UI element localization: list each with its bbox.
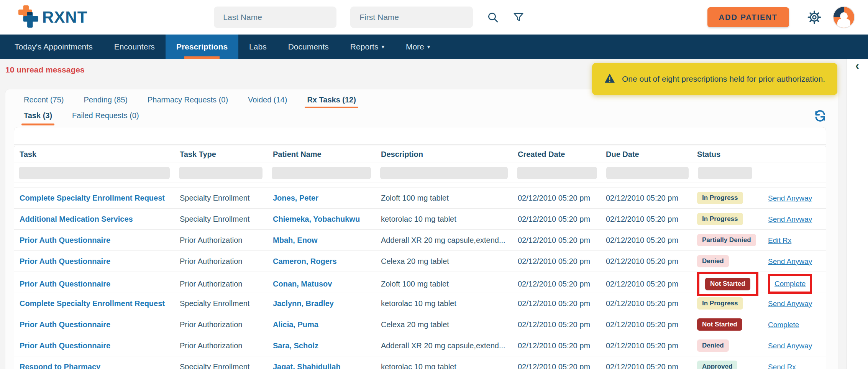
prior-auth-alert-banner: One out of eight prescriptions held for … <box>592 63 837 95</box>
status-badge: In Progress <box>697 213 743 226</box>
task-link[interactable]: Prior Auth Questionnaire <box>20 236 110 244</box>
add-patient-button[interactable]: ADD PATIENT <box>707 7 789 27</box>
filter-input-created-date[interactable] <box>517 167 597 179</box>
column-header-task[interactable]: Task <box>14 150 174 159</box>
patient-link[interactable]: Jagat, Shahidullah <box>273 362 341 369</box>
action-cell: Send Anyway <box>766 215 826 224</box>
status-badge: In Progress <box>697 297 743 310</box>
collapse-panel-icon[interactable]: ‹ <box>855 59 859 71</box>
description-cell: Adderall XR 20 mg capsule,extend... <box>376 236 512 245</box>
action-link-send-anyway[interactable]: Send Anyway <box>768 300 812 308</box>
task-link[interactable]: Prior Auth Questionnaire <box>20 257 110 265</box>
tab-voided-14[interactable]: Voided (14) <box>238 91 297 108</box>
action-link-send-anyway[interactable]: Send Anyway <box>768 342 812 350</box>
task-link[interactable]: Prior Auth Questionnaire <box>20 280 110 288</box>
task-type-cell: Specialty Enrollment <box>174 362 267 369</box>
task-link[interactable]: Additional Medication Services <box>20 215 133 223</box>
task-link[interactable]: Prior Auth Questionnaire <box>20 320 110 329</box>
nav-item-encounters[interactable]: Encounters <box>103 35 166 59</box>
task-cell: Prior Auth Questionnaire <box>14 257 174 266</box>
nav-item-prescriptions[interactable]: Prescriptions <box>166 35 238 59</box>
nav-item-reports[interactable]: Reports▾ <box>340 35 395 59</box>
filter-input-description[interactable] <box>380 167 508 179</box>
due-date-cell: 02/12/2010 05:20 pm <box>602 236 693 245</box>
action-link-complete[interactable]: Complete <box>768 321 799 329</box>
table-row: Prior Auth QuestionnairePrior Authorizat… <box>14 230 826 251</box>
column-header-created-date[interactable]: Created Date <box>512 150 602 159</box>
subtab-failed-requests-0[interactable]: Failed Requests (0) <box>62 109 149 125</box>
tab-rx-tasks-12[interactable]: Rx Tasks (12) <box>297 91 366 108</box>
due-date-cell: 02/12/2010 05:20 pm <box>602 362 693 369</box>
task-type-cell: Prior Authorization <box>174 236 267 245</box>
patient-link[interactable]: Jones, Peter <box>273 194 318 202</box>
tab-pharmacy-requests-0[interactable]: Pharmacy Requests (0) <box>138 91 238 108</box>
description-cell: Celexa 20 mg tablet <box>376 257 512 266</box>
task-type-cell: Specialty Enrollment <box>174 194 267 203</box>
nav-item-label: Prescriptions <box>176 42 228 51</box>
filter-cell-patient-name <box>267 167 376 179</box>
table-row: Prior Auth QuestionnairePrior Authorizat… <box>14 272 826 293</box>
nav-item-today-s-appointments[interactable]: Today's Appointments <box>4 35 103 59</box>
patient-link[interactable]: Alicia, Puma <box>273 320 318 329</box>
patient-link[interactable]: Cameron, Rogers <box>273 257 337 265</box>
action-link-send-rx[interactable]: Send Rx <box>768 363 796 369</box>
status-badge: Denied <box>697 255 729 268</box>
search-icon[interactable] <box>487 11 499 23</box>
filter-input-patient-name[interactable] <box>272 167 371 179</box>
last-name-input[interactable] <box>214 7 336 28</box>
description-cell: Zoloft 100 mg tablet <box>376 280 512 288</box>
task-link[interactable]: Respond to Pharmacy <box>20 362 100 369</box>
rxnt-logo[interactable]: RXNT <box>18 5 87 30</box>
status-cell: In Progress <box>693 192 766 204</box>
first-name-input[interactable] <box>350 7 473 28</box>
due-date-cell: 02/12/2010 05:20 pm <box>602 320 693 329</box>
action-cell: Send Anyway <box>766 194 826 203</box>
refresh-icon[interactable] <box>814 110 826 123</box>
patient-link[interactable]: Sara, Scholz <box>273 341 318 350</box>
status-badge: In Progress <box>697 192 743 204</box>
column-header-patient-name[interactable]: Patient Name <box>267 150 376 159</box>
table-row: Prior Auth QuestionnairePrior Authorizat… <box>14 251 826 272</box>
filter-input-due-date[interactable] <box>606 167 689 179</box>
nav-item-label: Documents <box>288 42 329 51</box>
task-link[interactable]: Complete Specialty Enrollment Request <box>20 299 165 308</box>
nav-item-documents[interactable]: Documents <box>277 35 340 59</box>
user-avatar[interactable] <box>833 6 855 28</box>
task-link[interactable]: Prior Auth Questionnaire <box>20 341 110 350</box>
action-link-send-anyway[interactable]: Send Anyway <box>768 215 812 223</box>
filter-input-task-type[interactable] <box>179 167 263 179</box>
task-subtabs: Task (3)Failed Requests (0) <box>14 109 829 125</box>
tab-recent-75[interactable]: Recent (75) <box>14 91 74 108</box>
filter-cell-created-date <box>512 167 602 179</box>
column-header-status[interactable]: Status <box>693 150 766 159</box>
task-link[interactable]: Complete Specialty Enrollment Request <box>20 194 165 202</box>
patient-cell: Chiemeka, Yobachukwu <box>267 215 376 224</box>
subtab-task-3[interactable]: Task (3) <box>14 109 62 125</box>
column-header-description[interactable]: Description <box>376 150 512 159</box>
action-cell: Send Anyway <box>766 299 826 308</box>
nav-item-labs[interactable]: Labs <box>238 35 277 59</box>
action-link-send-anyway[interactable]: Send Anyway <box>768 194 812 202</box>
filter-icon[interactable] <box>513 12 524 23</box>
nav-item-more[interactable]: More▾ <box>395 35 441 59</box>
filter-input-task[interactable] <box>19 167 170 179</box>
prescriptions-card: Recent (75)Pending (85)Pharmacy Requests… <box>5 89 838 369</box>
action-link-send-anyway[interactable]: Send Anyway <box>768 257 812 265</box>
patient-link[interactable]: Mbah, Enow <box>273 236 318 244</box>
action-link-edit-rx[interactable]: Edit Rx <box>768 236 791 244</box>
patient-link[interactable]: Conan, Matusov <box>273 280 332 288</box>
filter-input-status[interactable] <box>698 167 752 179</box>
column-header-task-type[interactable]: Task Type <box>174 150 267 159</box>
status-badge: Partially Denied <box>697 234 756 247</box>
tab-pending-85[interactable]: Pending (85) <box>74 91 138 108</box>
column-header-due-date[interactable]: Due Date <box>602 150 693 159</box>
action-link-complete[interactable]: Complete <box>774 280 806 288</box>
status-cell: Partially Denied <box>693 234 766 247</box>
action-cell: Send Anyway <box>766 257 826 266</box>
status-badge: Denied <box>697 339 729 352</box>
patient-link[interactable]: Jaclynn, Bradley <box>273 299 334 308</box>
created-date-cell: 02/12/2010 05:20 pm <box>512 194 602 203</box>
gear-icon[interactable] <box>807 10 821 24</box>
status-cell: Not Started <box>693 272 766 296</box>
patient-link[interactable]: Chiemeka, Yobachukwu <box>273 215 360 223</box>
